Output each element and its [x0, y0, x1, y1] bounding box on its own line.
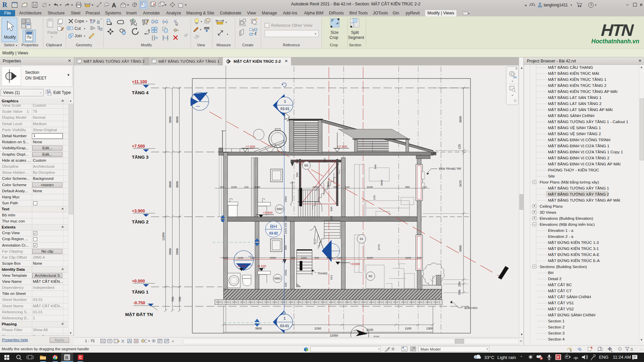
svg-text:▾: ▾: [127, 3, 129, 7]
svg-text:S4: S4: [360, 237, 363, 241]
svg-text:12050: 12050: [330, 334, 338, 337]
svg-text:ĐEN TRANG TRÍ: ĐEN TRANG TRÍ: [439, 167, 461, 170]
svg-text:▾: ▾: [165, 3, 166, 7]
svg-text:1100: 1100: [405, 327, 411, 330]
svg-text:Section: Section: [349, 43, 361, 47]
svg-text:100: 100: [284, 282, 287, 287]
svg-text:▾: ▾: [92, 3, 93, 7]
svg-text:Measure: Measure: [216, 43, 231, 47]
svg-text:3600: 3600: [176, 116, 179, 123]
svg-text:✕: ✕: [639, 2, 643, 7]
svg-text:HTN: HTN: [599, 21, 635, 40]
svg-text:▾: ▾: [84, 27, 85, 30]
svg-text:Modify: Modify: [4, 35, 16, 40]
svg-text:2000: 2000: [284, 196, 287, 202]
svg-text:THANG: THANG: [317, 272, 328, 275]
svg-text:+3.800: +3.800: [263, 211, 273, 214]
svg-text:1190: 1190: [237, 256, 243, 259]
svg-text:220: 220: [417, 256, 422, 259]
svg-text:Create: Create: [242, 43, 253, 47]
svg-text:3900: 3900: [168, 248, 172, 255]
svg-text:▾: ▾: [595, 3, 597, 7]
svg-text:Cope: Cope: [75, 19, 84, 23]
svg-text:◂: ◂: [525, 3, 527, 7]
svg-text:110: 110: [250, 256, 255, 259]
svg-text:Hocthatnhanh.vn: Hocthatnhanh.vn: [591, 38, 639, 45]
svg-text:<: <: [172, 339, 174, 343]
svg-text:+7.500: +7.500: [245, 145, 255, 148]
svg-text:11:24 AM: 11:24 AM: [613, 355, 631, 360]
svg-text:▾: ▾: [49, 3, 50, 7]
svg-text:1110: 1110: [222, 256, 228, 259]
svg-text:3475: 3475: [459, 180, 462, 187]
svg-text:1000: 1000: [327, 256, 333, 259]
svg-text:750: 750: [178, 297, 182, 302]
svg-text:1020 120: 1020 120: [284, 223, 287, 234]
svg-text:BỒN HOA: BỒN HOA: [464, 306, 478, 310]
svg-text:-0.100: -0.100: [237, 264, 246, 268]
svg-text:03-02: 03-02: [269, 231, 278, 235]
svg-text:-0.750: -0.750: [133, 301, 145, 305]
svg-text:SW2: SW2: [277, 207, 283, 211]
svg-text:BH: BH: [270, 223, 277, 229]
svg-text:Cut: Cut: [75, 26, 81, 31]
svg-text:+0.000: +0.000: [350, 262, 360, 266]
svg-text:C: C: [79, 355, 82, 359]
svg-text:▾: ▾: [185, 3, 187, 7]
svg-text:▾: ▾: [315, 32, 316, 36]
svg-text:+7.500: +7.500: [132, 144, 145, 149]
svg-text:R: R: [65, 355, 69, 360]
svg-text:-0.100: -0.100: [257, 264, 266, 268]
svg-text:⌃: ⌃: [520, 355, 523, 359]
svg-text:900: 900: [330, 207, 333, 211]
svg-text:+0.000: +0.000: [132, 279, 145, 283]
svg-text:03-01: 03-01: [281, 107, 290, 111]
svg-text:3775: 3775: [378, 244, 381, 250]
svg-text:–: –: [626, 2, 629, 7]
svg-text:500: 500: [458, 290, 461, 295]
svg-text:1100: 1100: [405, 256, 411, 259]
svg-text:3600: 3600: [380, 180, 383, 186]
svg-text:Join: Join: [75, 34, 82, 38]
svg-text:ENG: ENG: [599, 355, 608, 360]
svg-text:100: 100: [284, 216, 287, 220]
svg-text:Reference: Reference: [283, 43, 300, 47]
svg-text:Autodesk Revit 2021 - Bài 42.r: Autodesk Revit 2021 - Bài 42.rvt - Secti…: [291, 1, 420, 6]
svg-text:▾: ▾: [571, 3, 572, 7]
svg-text:Modify: Modify: [141, 43, 152, 47]
svg-text:TẦNG 3: TẦNG 3: [132, 155, 149, 160]
svg-text:2090: 2090: [270, 256, 276, 259]
svg-text:660: 660: [284, 245, 287, 250]
svg-text:750: 750: [323, 158, 326, 163]
svg-text:110: 110: [291, 256, 295, 259]
svg-text:3900: 3900: [176, 248, 179, 255]
svg-text:1: 1: [106, 3, 108, 6]
svg-text:530: 530: [314, 256, 319, 259]
svg-text:▾: ▾: [201, 20, 202, 23]
svg-text:▾: ▾: [226, 21, 227, 24]
svg-text:940: 940: [296, 159, 299, 164]
svg-text:3600: 3600: [459, 116, 462, 123]
svg-text:▾: ▾: [60, 3, 61, 7]
svg-text:tanglong1411: tanglong1411: [544, 3, 568, 7]
svg-text:2000: 2000: [284, 270, 287, 276]
svg-text:3900: 3900: [459, 245, 462, 252]
svg-text:Crop: Crop: [330, 43, 338, 47]
svg-text:11850: 11850: [162, 232, 165, 241]
svg-text:Size: Size: [331, 30, 339, 35]
svg-text:940: 940: [374, 164, 377, 169]
svg-text:660: 660: [296, 172, 299, 177]
svg-text::1: :1: [630, 347, 633, 351]
svg-text:TẦNG 1: TẦNG 1: [132, 290, 149, 295]
svg-text:▾: ▾: [51, 35, 53, 39]
svg-text:N2: N2: [369, 274, 373, 278]
svg-text:?: ?: [590, 3, 592, 7]
svg-text:TẦNG 2: TẦNG 2: [132, 219, 149, 224]
svg-text:3600: 3600: [176, 181, 179, 188]
svg-text:TẦNG 4: TẦNG 4: [132, 90, 149, 95]
svg-text:1900: 1900: [327, 182, 330, 188]
svg-text:R: R: [2, 1, 7, 8]
svg-text:250: 250: [458, 281, 461, 287]
svg-text:1300: 1300: [426, 327, 433, 330]
svg-text:Properties: Properties: [21, 43, 39, 47]
